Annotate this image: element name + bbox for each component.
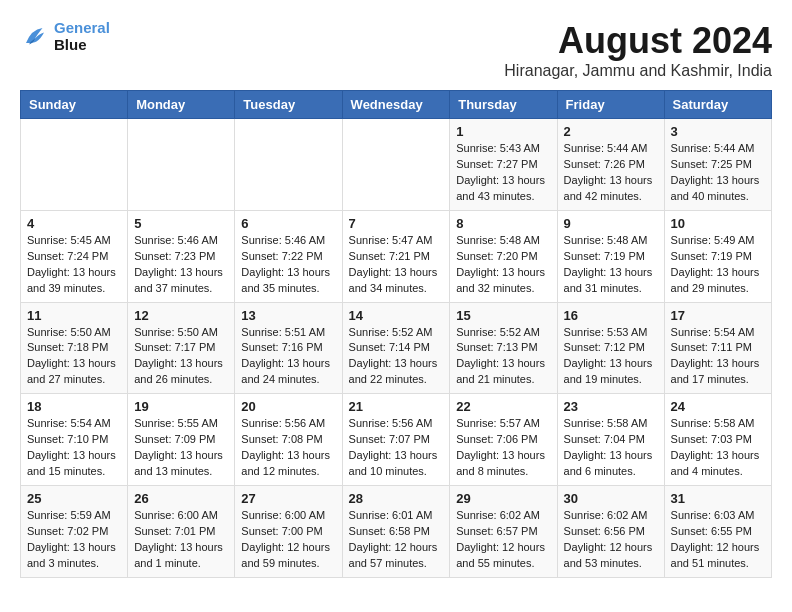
week-row-3: 11Sunrise: 5:50 AMSunset: 7:18 PMDayligh… — [21, 302, 772, 394]
calendar-cell: 7Sunrise: 5:47 AMSunset: 7:21 PMDaylight… — [342, 210, 450, 302]
day-info: Sunrise: 6:01 AMSunset: 6:58 PMDaylight:… — [349, 508, 444, 572]
calendar-cell: 12Sunrise: 5:50 AMSunset: 7:17 PMDayligh… — [128, 302, 235, 394]
calendar-cell: 20Sunrise: 5:56 AMSunset: 7:08 PMDayligh… — [235, 394, 342, 486]
week-row-4: 18Sunrise: 5:54 AMSunset: 7:10 PMDayligh… — [21, 394, 772, 486]
day-info: Sunrise: 5:47 AMSunset: 7:21 PMDaylight:… — [349, 233, 444, 297]
logo: General Blue — [20, 20, 110, 53]
day-number: 2 — [564, 124, 658, 139]
day-number: 1 — [456, 124, 550, 139]
calendar-cell: 26Sunrise: 6:00 AMSunset: 7:01 PMDayligh… — [128, 486, 235, 578]
location-subtitle: Hiranagar, Jammu and Kashmir, India — [504, 62, 772, 80]
day-number: 7 — [349, 216, 444, 231]
calendar-cell: 18Sunrise: 5:54 AMSunset: 7:10 PMDayligh… — [21, 394, 128, 486]
day-info: Sunrise: 5:54 AMSunset: 7:10 PMDaylight:… — [27, 416, 121, 480]
calendar-cell: 23Sunrise: 5:58 AMSunset: 7:04 PMDayligh… — [557, 394, 664, 486]
calendar-cell — [342, 119, 450, 211]
day-number: 8 — [456, 216, 550, 231]
calendar-cell: 6Sunrise: 5:46 AMSunset: 7:22 PMDaylight… — [235, 210, 342, 302]
day-number: 31 — [671, 491, 765, 506]
day-info: Sunrise: 5:50 AMSunset: 7:18 PMDaylight:… — [27, 325, 121, 389]
calendar-cell: 30Sunrise: 6:02 AMSunset: 6:56 PMDayligh… — [557, 486, 664, 578]
day-number: 30 — [564, 491, 658, 506]
day-info: Sunrise: 5:46 AMSunset: 7:23 PMDaylight:… — [134, 233, 228, 297]
calendar-cell: 13Sunrise: 5:51 AMSunset: 7:16 PMDayligh… — [235, 302, 342, 394]
day-number: 5 — [134, 216, 228, 231]
day-number: 9 — [564, 216, 658, 231]
day-info: Sunrise: 5:54 AMSunset: 7:11 PMDaylight:… — [671, 325, 765, 389]
calendar-table: SundayMondayTuesdayWednesdayThursdayFrid… — [20, 90, 772, 578]
day-info: Sunrise: 5:44 AMSunset: 7:26 PMDaylight:… — [564, 141, 658, 205]
calendar-cell: 16Sunrise: 5:53 AMSunset: 7:12 PMDayligh… — [557, 302, 664, 394]
day-info: Sunrise: 6:02 AMSunset: 6:56 PMDaylight:… — [564, 508, 658, 572]
day-info: Sunrise: 5:51 AMSunset: 7:16 PMDaylight:… — [241, 325, 335, 389]
calendar-cell: 22Sunrise: 5:57 AMSunset: 7:06 PMDayligh… — [450, 394, 557, 486]
weekday-header-thursday: Thursday — [450, 91, 557, 119]
calendar-cell: 8Sunrise: 5:48 AMSunset: 7:20 PMDaylight… — [450, 210, 557, 302]
logo-blue: Blue — [54, 36, 87, 53]
week-row-2: 4Sunrise: 5:45 AMSunset: 7:24 PMDaylight… — [21, 210, 772, 302]
day-number: 29 — [456, 491, 550, 506]
day-number: 17 — [671, 308, 765, 323]
weekday-header-row: SundayMondayTuesdayWednesdayThursdayFrid… — [21, 91, 772, 119]
calendar-cell: 5Sunrise: 5:46 AMSunset: 7:23 PMDaylight… — [128, 210, 235, 302]
day-number: 22 — [456, 399, 550, 414]
calendar-cell: 9Sunrise: 5:48 AMSunset: 7:19 PMDaylight… — [557, 210, 664, 302]
calendar-cell: 25Sunrise: 5:59 AMSunset: 7:02 PMDayligh… — [21, 486, 128, 578]
calendar-cell: 24Sunrise: 5:58 AMSunset: 7:03 PMDayligh… — [664, 394, 771, 486]
title-area: August 2024 Hiranagar, Jammu and Kashmir… — [504, 20, 772, 80]
day-number: 13 — [241, 308, 335, 323]
day-number: 16 — [564, 308, 658, 323]
day-info: Sunrise: 5:43 AMSunset: 7:27 PMDaylight:… — [456, 141, 550, 205]
day-number: 26 — [134, 491, 228, 506]
day-info: Sunrise: 5:53 AMSunset: 7:12 PMDaylight:… — [564, 325, 658, 389]
day-number: 3 — [671, 124, 765, 139]
day-number: 23 — [564, 399, 658, 414]
day-info: Sunrise: 5:48 AMSunset: 7:20 PMDaylight:… — [456, 233, 550, 297]
day-number: 15 — [456, 308, 550, 323]
day-info: Sunrise: 5:55 AMSunset: 7:09 PMDaylight:… — [134, 416, 228, 480]
day-info: Sunrise: 5:59 AMSunset: 7:02 PMDaylight:… — [27, 508, 121, 572]
calendar-cell: 1Sunrise: 5:43 AMSunset: 7:27 PMDaylight… — [450, 119, 557, 211]
weekday-header-saturday: Saturday — [664, 91, 771, 119]
calendar-cell: 29Sunrise: 6:02 AMSunset: 6:57 PMDayligh… — [450, 486, 557, 578]
day-number: 21 — [349, 399, 444, 414]
day-number: 24 — [671, 399, 765, 414]
day-info: Sunrise: 6:02 AMSunset: 6:57 PMDaylight:… — [456, 508, 550, 572]
day-info: Sunrise: 5:52 AMSunset: 7:14 PMDaylight:… — [349, 325, 444, 389]
calendar-cell — [235, 119, 342, 211]
day-number: 19 — [134, 399, 228, 414]
day-number: 12 — [134, 308, 228, 323]
day-info: Sunrise: 5:56 AMSunset: 7:07 PMDaylight:… — [349, 416, 444, 480]
calendar-cell — [128, 119, 235, 211]
day-info: Sunrise: 5:56 AMSunset: 7:08 PMDaylight:… — [241, 416, 335, 480]
day-number: 25 — [27, 491, 121, 506]
calendar-cell: 10Sunrise: 5:49 AMSunset: 7:19 PMDayligh… — [664, 210, 771, 302]
day-info: Sunrise: 5:49 AMSunset: 7:19 PMDaylight:… — [671, 233, 765, 297]
day-info: Sunrise: 5:48 AMSunset: 7:19 PMDaylight:… — [564, 233, 658, 297]
day-number: 11 — [27, 308, 121, 323]
day-info: Sunrise: 5:57 AMSunset: 7:06 PMDaylight:… — [456, 416, 550, 480]
day-number: 27 — [241, 491, 335, 506]
day-info: Sunrise: 6:00 AMSunset: 7:00 PMDaylight:… — [241, 508, 335, 572]
day-info: Sunrise: 5:50 AMSunset: 7:17 PMDaylight:… — [134, 325, 228, 389]
logo-general: General — [54, 19, 110, 36]
day-info: Sunrise: 6:03 AMSunset: 6:55 PMDaylight:… — [671, 508, 765, 572]
day-number: 20 — [241, 399, 335, 414]
calendar-cell: 31Sunrise: 6:03 AMSunset: 6:55 PMDayligh… — [664, 486, 771, 578]
weekday-header-sunday: Sunday — [21, 91, 128, 119]
day-number: 14 — [349, 308, 444, 323]
day-info: Sunrise: 5:46 AMSunset: 7:22 PMDaylight:… — [241, 233, 335, 297]
calendar-cell: 28Sunrise: 6:01 AMSunset: 6:58 PMDayligh… — [342, 486, 450, 578]
calendar-cell: 21Sunrise: 5:56 AMSunset: 7:07 PMDayligh… — [342, 394, 450, 486]
calendar-cell: 3Sunrise: 5:44 AMSunset: 7:25 PMDaylight… — [664, 119, 771, 211]
weekday-header-monday: Monday — [128, 91, 235, 119]
calendar-cell: 17Sunrise: 5:54 AMSunset: 7:11 PMDayligh… — [664, 302, 771, 394]
day-number: 4 — [27, 216, 121, 231]
weekday-header-friday: Friday — [557, 91, 664, 119]
logo-icon — [20, 22, 50, 52]
weekday-header-tuesday: Tuesday — [235, 91, 342, 119]
calendar-cell: 19Sunrise: 5:55 AMSunset: 7:09 PMDayligh… — [128, 394, 235, 486]
month-year-title: August 2024 — [504, 20, 772, 62]
calendar-cell — [21, 119, 128, 211]
day-number: 6 — [241, 216, 335, 231]
